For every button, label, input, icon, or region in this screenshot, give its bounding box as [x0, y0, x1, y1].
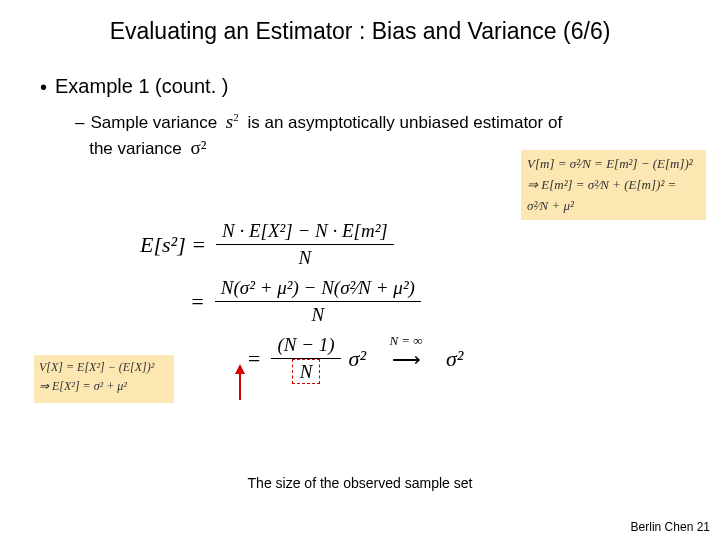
- red-arrow-icon: [228, 364, 252, 402]
- equation-row-3: = (N − 1) N σ² N = ∞ ⟶ σ²: [160, 334, 550, 383]
- main-derivation: E[s²] = N · E[X²] − N · E[m²] N = N(σ² +…: [130, 220, 550, 391]
- sub-bullet-text-3: the variance: [89, 139, 182, 158]
- eq3-numerator: (N − 1): [271, 334, 340, 359]
- eq2-fraction: N(σ² + μ²) − N(σ²⁄N + μ²) N: [211, 277, 425, 326]
- eq1-denominator: N: [216, 245, 394, 269]
- eq3-result: σ²: [446, 346, 463, 372]
- sub-bullet-text-1: Sample variance: [90, 113, 217, 132]
- eq2-numerator: N(σ² + μ²) − N(σ²⁄N + μ²): [215, 277, 421, 302]
- eq3-sigma2: σ²: [345, 346, 366, 372]
- limit-arrow: N = ∞ ⟶: [376, 347, 436, 371]
- equation-row-1: E[s²] = N · E[X²] − N · E[m²] N: [140, 220, 550, 269]
- side-derivation-variance-m: V[m] = σ²⁄N = E[m²] − (E[m])² ⇒ E[m²] = …: [521, 150, 706, 220]
- side-right-line-2: ⇒ E[m²] = σ²⁄N + (E[m])² = σ²⁄N + μ²: [527, 175, 700, 217]
- side-right-line-1: V[m] = σ²⁄N = E[m²] − (E[m])²: [527, 154, 700, 175]
- bullet-dot-icon: •: [40, 76, 47, 99]
- bullet-example-1: •Example 1 (count. ): [40, 75, 720, 99]
- symbol-sigma-squared: σ²: [187, 137, 211, 158]
- eq1-fraction: N · E[X²] − N · E[m²] N: [212, 220, 398, 269]
- eq1-lhs: E[s²] =: [140, 232, 212, 258]
- symbol-s-squared: s2: [222, 111, 243, 132]
- eq2-denominator: N: [215, 302, 421, 326]
- eq1-numerator: N · E[X²] − N · E[m²]: [216, 220, 394, 245]
- dash-icon: –: [75, 113, 84, 132]
- slide-title: Evaluating an Estimator : Bias and Varia…: [0, 0, 720, 45]
- caption-sample-size: The size of the observed sample set: [0, 475, 720, 491]
- sub-bullet-text-2: is an asymptotically unbiased estimator …: [247, 113, 562, 132]
- dashed-n-box: N: [292, 359, 321, 384]
- right-arrow-icon: ⟶: [392, 348, 421, 370]
- bullet-text: Example 1 (count. ): [55, 75, 228, 97]
- svg-marker-1: [235, 364, 245, 374]
- eq2-equals: =: [190, 289, 211, 315]
- eq3-fraction: (N − 1) N: [267, 334, 344, 383]
- eq3-denominator: N: [271, 359, 340, 383]
- equation-row-2: = N(σ² + μ²) − N(σ²⁄N + μ²) N: [190, 277, 550, 326]
- limit-label: N = ∞: [376, 333, 436, 349]
- footer-attribution: Berlin Chen 21: [631, 520, 710, 534]
